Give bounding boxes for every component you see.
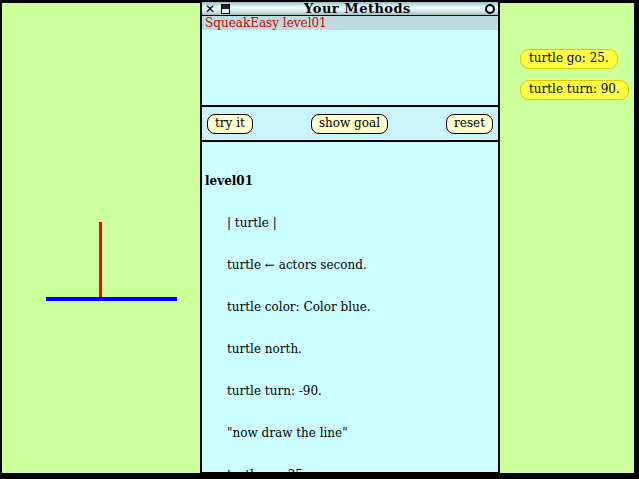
code-editor[interactable]: level01 | turtle | turtle ← actors secon…	[202, 142, 498, 472]
try-it-button[interactable]: try it	[207, 114, 253, 134]
code-line: turtle north.	[205, 342, 496, 356]
window-title: Your Methods	[230, 1, 485, 16]
turtle-drawn-blue-line	[46, 297, 177, 301]
your-methods-window: ✕ Your Methods SqueakEasy level01 try it…	[200, 0, 500, 474]
close-icon[interactable]: ✕	[205, 3, 215, 15]
desktop-canvas[interactable]: ✕ Your Methods SqueakEasy level01 try it…	[2, 3, 634, 473]
snippet-turtle-go-button[interactable]: turtle go: 25.	[520, 49, 618, 69]
turtle-drawn-red-line	[99, 222, 102, 298]
code-line: | turtle |	[205, 216, 496, 230]
show-goal-button[interactable]: show goal	[311, 114, 388, 134]
code-line: turtle color: Color blue.	[205, 300, 496, 314]
method-list-pane[interactable]: SqueakEasy level01	[202, 16, 498, 107]
window-titlebar[interactable]: ✕ Your Methods	[202, 2, 498, 16]
window-menu-icon[interactable]	[221, 4, 230, 14]
code-line: turtle go: 25.	[205, 468, 496, 472]
code-comment-line: "now draw the line"	[205, 426, 496, 440]
code-line: turtle turn: -90.	[205, 384, 496, 398]
code-method-name: level01	[205, 174, 496, 188]
code-line: turtle ← actors second.	[205, 258, 496, 272]
expand-icon[interactable]	[485, 4, 495, 14]
method-list-selected-item[interactable]: SqueakEasy level01	[202, 16, 498, 30]
screen: ✕ Your Methods SqueakEasy level01 try it…	[0, 0, 639, 479]
command-button-row: try it show goal reset	[202, 107, 498, 142]
reset-button[interactable]: reset	[446, 114, 493, 134]
snippet-turtle-turn-button[interactable]: turtle turn: 90.	[520, 80, 629, 100]
